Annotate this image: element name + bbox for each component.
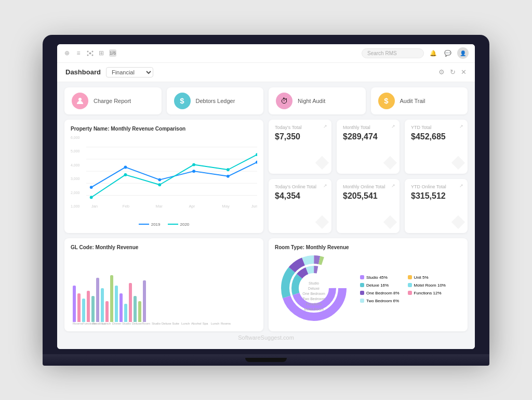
stat-ext-icon-1[interactable]: ↗ (391, 124, 395, 129)
layers-icon[interactable]: 1/6 (109, 49, 116, 57)
stat-label-1: Monthly Total (343, 125, 393, 130)
watermark: SoftwareSuggest.com (64, 331, 468, 344)
bottom-section: GL Code: Monthly Revenue RoomsFunctionsB… (64, 238, 468, 331)
line-chart-area: 6,000 5,000 4,000 3,000 2,000 1,000 (71, 136, 257, 219)
bar-chart-panel: GL Code: Monthly Revenue RoomsFunctionsB… (64, 238, 263, 331)
bar-label-5: Studio (122, 322, 130, 325)
settings-icon[interactable]: ⚙ (438, 68, 445, 76)
svg-text:Two Bedroom: Two Bedroom (302, 297, 325, 301)
stat-value-2: $452,685 (411, 132, 461, 141)
bar-label-6: Deluxe (132, 322, 140, 325)
bar-label-8: Studio (152, 322, 160, 325)
legend-studio: Studio 45% (360, 275, 400, 280)
stat-ext-icon-5[interactable]: ↗ (459, 183, 463, 188)
debtors-ledger-icon: $ (174, 93, 191, 109)
widget-row: Charge Report $ Debtors Ledger ⏱ Night A… (64, 87, 468, 114)
bar-label-3: Lunch (102, 322, 111, 325)
svg-point-0 (89, 52, 91, 54)
donut-section: Studio Deluxe One Bedroom Two Bedroom Fu… (275, 254, 461, 324)
legend-functions: Functions 12% (408, 291, 447, 295)
legend-unit: Unit 5% (408, 275, 447, 280)
laptop-notch (245, 358, 287, 362)
bar-label-2: Breakfast (92, 322, 101, 325)
legend-two-bedroom: Two Bedroom 6% (360, 299, 400, 303)
svg-text:Jan: Jan (91, 203, 98, 208)
svg-point-13 (158, 178, 161, 181)
nav-actions: 🔔 💬 👤 (428, 47, 469, 59)
bar-label-4: Dinner (112, 322, 121, 325)
svg-text:Feb: Feb (123, 203, 129, 208)
top-nav: ⊕ ≡ ⊞ 1/6 Search RM (57, 44, 475, 63)
bell-icon[interactable]: 🔔 (428, 48, 438, 58)
svg-point-15 (227, 174, 230, 177)
nav-icons: ⊕ ≡ ⊞ 1/6 (63, 49, 116, 57)
home-icon[interactable]: ⊕ (63, 49, 71, 57)
svg-point-2 (91, 50, 93, 52)
stat-todays-total: ↗ Today's Total $7,350 ◆ (269, 120, 331, 174)
stat-ext-icon-2[interactable]: ↗ (459, 124, 463, 129)
bar-label-13: Spa (201, 322, 209, 325)
avatar[interactable]: 👤 (457, 47, 469, 59)
screen: ⊕ ≡ ⊞ 1/6 Search RM (57, 44, 475, 349)
search-input[interactable]: Search RMS (362, 48, 424, 58)
widget-debtors-ledger[interactable]: $ Debtors Ledger (167, 87, 264, 114)
dash-actions: ⚙ ↻ ✕ (438, 68, 467, 76)
stat-ext-icon-4[interactable]: ↗ (391, 183, 395, 188)
stat-label-0: Today's Total (275, 125, 325, 130)
debtors-ledger-label: Debtors Ledger (196, 98, 235, 104)
legend-one-bedroom: One Bedroom 8% (360, 291, 400, 295)
line-chart-panel: Property Name: Monthly Revenue Compariso… (64, 120, 263, 233)
stat-value-5: $315,512 (411, 191, 461, 201)
stat-label-5: YTD Online Total (411, 184, 461, 189)
bar-label-14: Lunch (211, 322, 219, 325)
stat-value-3: $4,354 (275, 191, 325, 201)
night-audit-label: Night Audit (298, 98, 325, 104)
bar-label-10: Suite (171, 322, 180, 325)
bar-0 (73, 286, 76, 322)
chart-icon[interactable] (86, 49, 94, 57)
close-icon[interactable]: ✕ (461, 68, 467, 76)
stat-ytd-total: ↗ YTD Total $452,685 ◆ (405, 120, 468, 174)
line-chart-svg: Jan Feb Mar Apr May Jun (86, 136, 257, 211)
stat-label-2: YTD Total (411, 125, 461, 130)
chat-icon[interactable]: 💬 (443, 48, 453, 58)
bar-5 (96, 278, 99, 322)
widget-night-audit[interactable]: ⏱ Night Audit (269, 87, 366, 114)
bar-label-7: Room (142, 322, 150, 325)
stat-label-4: Monthly Online Total (343, 184, 393, 189)
widget-charge-report[interactable]: Charge Report (64, 87, 162, 114)
bar-chart-title: GL Code: Monthly Revenue (71, 244, 257, 250)
menu-icon[interactable]: ≡ (75, 49, 82, 57)
svg-point-17 (90, 196, 93, 199)
night-audit-icon: ⏱ (276, 93, 292, 109)
dashboard-dropdown[interactable]: Financial (106, 67, 153, 78)
svg-point-11 (90, 186, 93, 189)
svg-point-18 (124, 173, 127, 176)
svg-point-20 (192, 163, 195, 166)
bar-8 (110, 275, 113, 322)
stat-value-1: $289,474 (343, 132, 393, 141)
y-axis-labels: 6,000 5,000 4,000 3,000 2,000 1,000 (71, 136, 85, 209)
charge-report-icon (72, 93, 88, 109)
grid-icon[interactable]: ⊞ (98, 49, 105, 57)
svg-point-4 (91, 54, 93, 56)
stat-ext-icon-3[interactable]: ↗ (323, 183, 327, 188)
svg-text:Functions: Functions (306, 302, 322, 306)
bar-label-1: Functions (83, 322, 91, 325)
charge-report-label: Charge Report (94, 98, 131, 104)
bar-4 (91, 296, 95, 322)
bar-9 (115, 286, 118, 322)
dashboard-title: Dashboard (65, 68, 101, 76)
stat-ext-icon[interactable]: ↗ (323, 124, 327, 129)
bar-7 (105, 301, 109, 322)
stat-monthly-total: ↗ Monthly Total $289,474 ◆ (337, 120, 400, 174)
svg-point-1 (87, 50, 88, 52)
donut-chart-wrap: Studio Deluxe One Bedroom Two Bedroom Fu… (275, 254, 353, 324)
svg-point-14 (192, 170, 195, 173)
svg-point-19 (158, 183, 161, 186)
widget-audit-trail[interactable]: $ Audit Trail (371, 87, 468, 114)
svg-text:Apr: Apr (189, 203, 195, 208)
bar-label-9: Deluxe (162, 322, 170, 325)
svg-text:Jun: Jun (251, 203, 257, 208)
refresh-icon[interactable]: ↻ (450, 68, 456, 76)
